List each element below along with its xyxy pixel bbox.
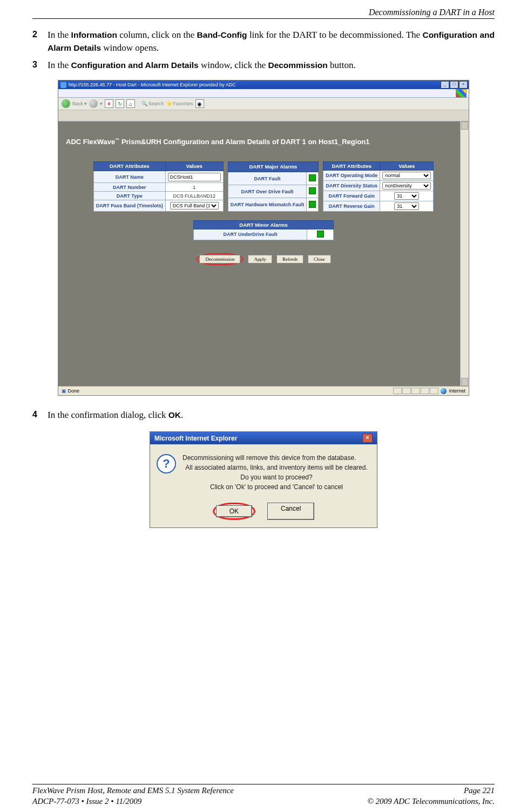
menubar bbox=[58, 89, 469, 98]
text: button. bbox=[328, 60, 356, 70]
step-3-number: 3 bbox=[32, 59, 48, 72]
step-2-number: 2 bbox=[32, 29, 48, 55]
col-header: DART Attributes bbox=[93, 161, 165, 171]
bold: Information bbox=[71, 30, 117, 39]
button-row: Decommission Apply Refresh Close bbox=[66, 253, 461, 265]
search-button[interactable]: 🔍 Search bbox=[141, 101, 164, 106]
footer-copyright: © 2009 ADC Telecommunications, Inc. bbox=[367, 796, 495, 807]
screenshot-browser-window: http://155.226.45.77 - Host Dart - Micro… bbox=[58, 80, 469, 396]
dialog-close-button[interactable]: × bbox=[362, 434, 373, 443]
zone-label: Internet bbox=[449, 388, 465, 394]
status-ok-icon bbox=[309, 187, 316, 194]
dialog-line: Click on 'Ok' to proceed and 'Cancel' to… bbox=[183, 483, 370, 491]
dart-minor-alarms-table: DART Minor Alarms DART UnderDrive Fault bbox=[193, 220, 334, 240]
step-4: 4 In the confirmation dialog, click OK. bbox=[32, 409, 495, 422]
text: In the confirmation dialog, click bbox=[48, 410, 168, 420]
running-header: Decommissioning a DART in a Host bbox=[32, 8, 495, 18]
ok-button[interactable]: OK bbox=[216, 505, 252, 517]
dialog-message: Decommissioning will remove this device … bbox=[183, 452, 370, 493]
decommission-button[interactable]: Decommission bbox=[199, 255, 240, 263]
status-ok-icon bbox=[309, 174, 316, 181]
red-highlight-circle: OK bbox=[213, 503, 255, 520]
col-header: DART Attributes bbox=[323, 161, 380, 170]
text: column, click on the bbox=[117, 30, 197, 40]
question-icon: ? bbox=[157, 454, 176, 473]
media-icon[interactable]: ◉ bbox=[195, 99, 204, 108]
attr-label: DART Type bbox=[93, 192, 165, 200]
address-toolbar bbox=[58, 110, 469, 121]
vertical-scrollbar[interactable] bbox=[460, 121, 469, 386]
stop-icon[interactable]: × bbox=[105, 99, 113, 108]
window-titlebar: http://155.226.45.77 - Host Dart - Micro… bbox=[58, 80, 469, 89]
attr-label: DART Forward Gain bbox=[323, 191, 380, 201]
text: . bbox=[181, 410, 183, 420]
dart-major-alarms-table: DART Major Alarms DART Fault DART Over D… bbox=[228, 161, 319, 212]
attr-value: DCS FULLBAND12 bbox=[165, 192, 223, 200]
alarm-label: DART UnderDrive Fault bbox=[194, 229, 307, 240]
content-area: ADC FlexWave™ Prism&URH Configuration an… bbox=[58, 121, 469, 386]
internet-zone-icon bbox=[441, 388, 447, 394]
text: window, click the bbox=[199, 60, 268, 70]
pass-band-select[interactable]: DCS Full Band (12) bbox=[165, 200, 223, 211]
status-text: Done bbox=[68, 388, 80, 394]
reverse-gain-select[interactable]: 31 bbox=[380, 201, 434, 211]
attr-label: DART Number bbox=[93, 183, 165, 192]
col-header: DART Major Alarms bbox=[228, 161, 319, 172]
step-2: 2 In the Information column, click on th… bbox=[32, 29, 495, 55]
dialog-line: Decommissioning will remove this device … bbox=[183, 454, 370, 462]
alarm-label: DART Fault bbox=[228, 172, 307, 185]
statusbar: ▣ Done Internet bbox=[58, 386, 469, 395]
refresh-button[interactable]: Refresh bbox=[276, 255, 303, 263]
bold: OK bbox=[168, 410, 181, 419]
maximize-button[interactable]: □ bbox=[450, 81, 458, 89]
dialog-titlebar: Microsoft Internet Explorer × bbox=[150, 432, 377, 444]
step-2-text: In the Information column, click on the … bbox=[48, 29, 495, 55]
minimize-button[interactable]: _ bbox=[441, 81, 449, 89]
col-header: DART Minor Alarms bbox=[194, 220, 334, 229]
text: window opens. bbox=[101, 43, 159, 53]
alarm-label: DART Hardware Mismatch Fault bbox=[228, 198, 307, 211]
step-3: 3 In the Configuration and Alarm Details… bbox=[32, 59, 495, 72]
attr-label: DART Pass Band (Timeslots) bbox=[93, 200, 165, 211]
footer-rule bbox=[32, 784, 495, 784]
text: link for the DART to be decommissioned. … bbox=[247, 30, 423, 40]
home-icon[interactable]: ⌂ bbox=[126, 99, 135, 108]
attr-value: 1 bbox=[165, 183, 223, 192]
dart-attributes-right-table: DART AttributesValues DART Operating Mod… bbox=[323, 161, 434, 212]
screenshot-confirmation-dialog: Microsoft Internet Explorer × ? Decommis… bbox=[150, 431, 377, 528]
page-footer: FlexWave Prism Host, Remote and EMS 5.1 … bbox=[32, 780, 495, 807]
windows-flag-icon bbox=[456, 89, 467, 98]
favorites-button[interactable]: ⭐ Favorites bbox=[166, 101, 193, 106]
dialog-body: ? Decommissioning will remove this devic… bbox=[150, 444, 377, 499]
attr-label: DART Name bbox=[93, 171, 165, 182]
alarm-label: DART Over Drive Fault bbox=[228, 185, 307, 198]
dialog-line: Do you want to proceed? bbox=[183, 473, 370, 481]
page-heading: ADC FlexWave™ Prism&URH Configuration an… bbox=[66, 138, 461, 146]
attr-label: DART Diversity Status bbox=[323, 180, 380, 191]
dialog-title: Microsoft Internet Explorer bbox=[154, 435, 237, 442]
close-button[interactable]: × bbox=[459, 81, 468, 89]
refresh-icon[interactable]: ↻ bbox=[116, 99, 124, 108]
apply-button[interactable]: Apply bbox=[248, 255, 272, 263]
col-header: Values bbox=[165, 161, 223, 171]
back-icon[interactable] bbox=[62, 99, 70, 108]
footer-title: FlexWave Prism Host, Remote and EMS 5.1 … bbox=[32, 786, 234, 796]
step-4-number: 4 bbox=[32, 409, 48, 422]
close-button-page[interactable]: Close bbox=[308, 255, 331, 263]
bold: Band-Config bbox=[197, 30, 247, 39]
forward-icon[interactable] bbox=[89, 99, 98, 108]
footer-docid: ADCP-77-073 • Issue 2 • 11/2009 bbox=[32, 796, 141, 807]
attr-label: DART Operating Mode bbox=[323, 170, 380, 180]
diversity-select[interactable]: nonDiversity bbox=[380, 180, 434, 191]
back-button[interactable]: Back ▾ bbox=[72, 101, 87, 106]
text: In the bbox=[48, 30, 71, 40]
dialog-line: All associated alarms, links, and invent… bbox=[183, 464, 370, 471]
ie-icon bbox=[60, 82, 66, 88]
operating-mode-select[interactable]: normal bbox=[380, 170, 434, 180]
dart-name-input[interactable] bbox=[165, 171, 223, 182]
step-4-text: In the confirmation dialog, click OK. bbox=[48, 409, 495, 422]
nav-toolbar: Back ▾ ▾ × ↻ ⌂ 🔍 Search ⭐ Favorites ◉ bbox=[58, 98, 469, 110]
cancel-button[interactable]: Cancel bbox=[267, 503, 314, 520]
forward-gain-select[interactable]: 31 bbox=[380, 191, 434, 201]
red-highlight-circle: Decommission bbox=[196, 253, 244, 265]
